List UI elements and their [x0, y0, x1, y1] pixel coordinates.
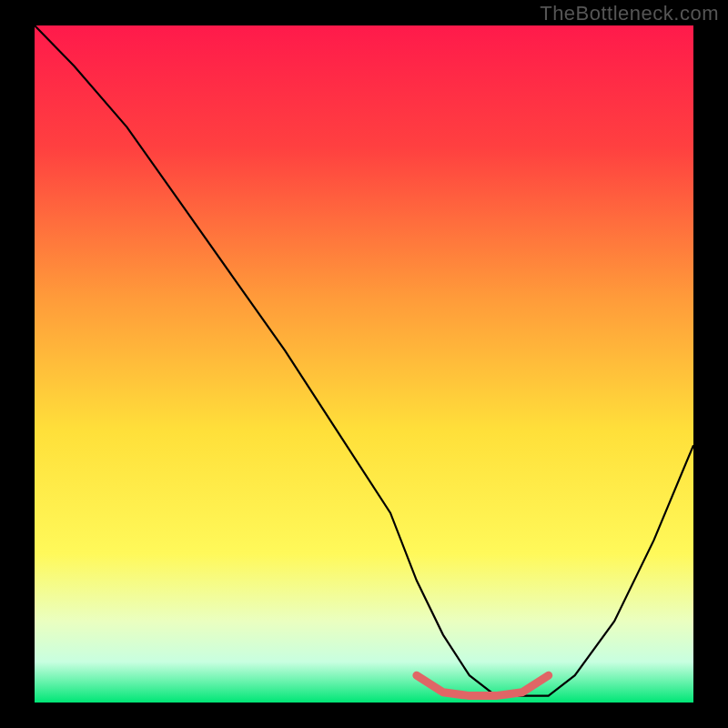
gradient-background [35, 25, 693, 703]
chart-frame: TheBottleneck.com [0, 0, 728, 728]
plot-area [35, 25, 693, 703]
watermark-text: TheBottleneck.com [540, 2, 719, 25]
chart-svg [35, 25, 693, 703]
